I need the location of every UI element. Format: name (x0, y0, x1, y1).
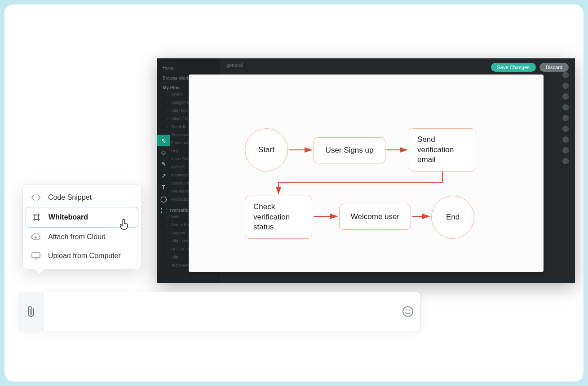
flow-node-signup[interactable]: User Signs up (314, 137, 385, 163)
app-window: Home Browse Workspace My Pins Arvind Ass… (157, 58, 575, 283)
outer-frame: Home Browse Workspace My Pins Arvind Ass… (4, 4, 584, 382)
avatar (562, 83, 569, 89)
avatar (562, 147, 569, 154)
emoji-button[interactable] (395, 306, 420, 317)
svg-rect-5 (32, 253, 40, 258)
arrow-tool-icon[interactable]: ↗ (157, 170, 170, 181)
flow-node-welcome[interactable]: Welcome user (339, 204, 411, 230)
paperclip-icon (27, 305, 36, 318)
text-tool-icon[interactable]: T (157, 181, 170, 193)
flow-node-start[interactable]: Start (245, 128, 288, 171)
flow-node-send-email[interactable]: Send verification email (409, 128, 476, 171)
flow-node-check-status[interactable]: Check verification status (245, 196, 312, 239)
avatar (562, 136, 569, 143)
attach-item-label: Code Snippet (48, 193, 92, 202)
select-tool-icon[interactable]: ⇖ (157, 135, 170, 146)
save-changes-button[interactable]: Save Changes (491, 63, 536, 72)
shape-tool-icon[interactable]: ◇ (157, 146, 170, 158)
flow-arrows (189, 75, 544, 272)
computer-icon (31, 252, 41, 260)
flow-node-end[interactable]: End (431, 196, 474, 239)
attach-button[interactable] (19, 292, 44, 331)
code-icon (31, 194, 41, 201)
attach-item-label: Attach from Cloud (48, 233, 106, 241)
svg-rect-4 (34, 215, 39, 219)
cloud-upload-icon (31, 233, 41, 241)
avatar (562, 158, 569, 164)
message-composer (19, 292, 421, 331)
cursor-pointer-icon (119, 219, 130, 233)
nav-home[interactable]: Home (163, 63, 216, 73)
whiteboard-canvas[interactable]: Start User Signs up Send verification em… (189, 75, 544, 272)
attach-upload-computer[interactable]: Upload from Computer (23, 246, 141, 265)
attach-item-label: Whiteboard (49, 213, 88, 221)
svg-point-8 (409, 310, 411, 311)
attach-code-snippet[interactable]: Code Snippet (23, 188, 141, 207)
avatar (562, 104, 569, 110)
chat-tool-icon[interactable]: ◯ (157, 193, 170, 205)
whiteboard-tool-rail: ⇖ ◇ ✎ ↗ T ◯ ⛶ (157, 135, 170, 216)
avatar (562, 72, 569, 78)
crop-tool-icon[interactable]: ⛶ (157, 205, 170, 216)
pen-tool-icon[interactable]: ✎ (157, 158, 170, 170)
smile-icon (402, 306, 414, 317)
avatar (562, 126, 569, 132)
channel-title: general (226, 62, 243, 68)
presence-rail (562, 72, 571, 164)
whiteboard-icon (31, 213, 41, 222)
discard-button[interactable]: Discard (539, 63, 569, 72)
svg-point-7 (406, 310, 407, 311)
message-input[interactable] (44, 307, 395, 316)
svg-point-6 (403, 307, 413, 316)
avatar (562, 115, 569, 121)
avatar (562, 93, 569, 100)
attach-item-label: Upload from Computer (48, 252, 121, 260)
